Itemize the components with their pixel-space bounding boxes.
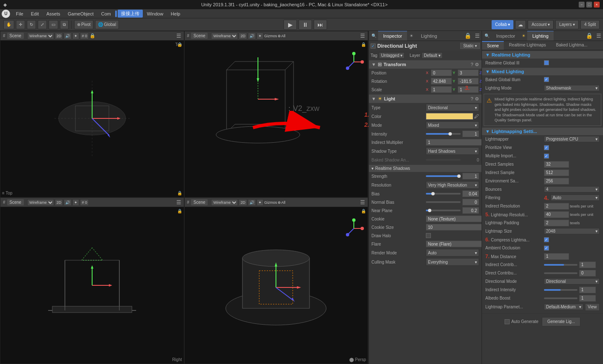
maximize-button[interactable]: □ bbox=[586, 2, 592, 8]
indirect-mult-input[interactable] bbox=[426, 139, 482, 146]
culling-mask-dropdown[interactable]: Everything ▾ bbox=[426, 258, 479, 266]
scene-tab-bottomleft[interactable]: Scene bbox=[7, 199, 24, 205]
near-plane-slider[interactable] bbox=[426, 210, 461, 211]
near-plane-thumb[interactable] bbox=[428, 209, 431, 212]
prioritize-view-checkbox[interactable]: ✓ bbox=[544, 145, 549, 150]
menu-file[interactable]: File bbox=[13, 10, 27, 17]
audio-toggle-3[interactable]: 🔊 bbox=[64, 199, 72, 206]
filtering-dropdown[interactable]: Auto ▾ bbox=[551, 195, 600, 201]
effects-toggle-2[interactable]: ✦ bbox=[257, 33, 263, 39]
lighting-tab-scene[interactable]: Scene bbox=[482, 41, 504, 50]
bounces-dropdown[interactable]: 4 ▾ bbox=[544, 186, 600, 192]
inspector-menu-button[interactable]: ☰ bbox=[473, 33, 482, 39]
light-info-icon[interactable]: ? bbox=[471, 96, 473, 102]
type-dropdown[interactable]: Directional ▾ bbox=[426, 104, 479, 111]
compress-checkbox[interactable]: ✓ bbox=[544, 237, 549, 242]
indirect-contrib-input[interactable] bbox=[579, 261, 596, 268]
resolution-dropdown[interactable]: Very High Resolution ▾ bbox=[426, 181, 479, 189]
inspector-lock-button[interactable]: 🔒 bbox=[463, 33, 473, 39]
step-button[interactable]: ⏭ bbox=[314, 20, 327, 30]
bias-slider[interactable] bbox=[426, 193, 461, 195]
direct-samples-input[interactable] bbox=[544, 161, 569, 168]
wireframe-dropdown-3[interactable]: Wireframe bbox=[27, 199, 54, 206]
scene-canvas-bottomleft[interactable]: Right 🔒 bbox=[0, 207, 184, 364]
gizmos-toggle-3[interactable]: # 0 bbox=[80, 199, 89, 206]
audio-toggle-1[interactable]: 🔊 bbox=[64, 33, 72, 39]
collab-button[interactable]: 接接上传 bbox=[118, 10, 143, 18]
inspector-tab[interactable]: Inspector bbox=[378, 31, 407, 41]
effects-toggle-1[interactable]: ✦ bbox=[72, 33, 79, 39]
scene-tab-topright[interactable]: Scene bbox=[191, 33, 208, 39]
indirect-contrib-slider[interactable] bbox=[544, 264, 577, 266]
layout-button[interactable]: 4 Split bbox=[580, 20, 600, 29]
lighting-menu-button[interactable]: ☰ bbox=[595, 33, 603, 39]
play-button[interactable]: ▶ bbox=[283, 20, 297, 30]
layer-dropdown[interactable]: Default ▾ bbox=[422, 52, 442, 59]
generate-button[interactable]: Generate Lig... bbox=[542, 317, 580, 326]
render-mode-dropdown[interactable]: Auto ▾ bbox=[426, 249, 479, 256]
scene-tab-topleft[interactable]: Scene bbox=[7, 33, 24, 39]
effects-toggle-3[interactable]: ✦ bbox=[72, 199, 79, 206]
scale-y[interactable] bbox=[458, 86, 479, 93]
baked-gi-checkbox[interactable]: ✓ bbox=[544, 77, 549, 82]
audio-toggle-4[interactable]: 🔊 bbox=[248, 199, 256, 206]
panel-menu-4[interactable]: ☰ bbox=[360, 199, 365, 205]
indirect-intensity-slider[interactable] bbox=[544, 289, 577, 291]
audio-toggle-2[interactable]: 🔊 bbox=[248, 33, 256, 39]
rotate-tool-button[interactable]: ↻ bbox=[27, 20, 36, 29]
menu-help[interactable]: Help bbox=[168, 10, 184, 17]
lighting-lock-button[interactable]: 🔒 bbox=[584, 33, 595, 39]
pivot-button[interactable]: ⊕ Pivot bbox=[74, 20, 93, 29]
lightmap-resolution-input[interactable] bbox=[544, 211, 569, 218]
flare-input[interactable] bbox=[426, 241, 482, 247]
lightmap-padding-input[interactable] bbox=[544, 220, 569, 226]
menu-assets[interactable]: Assets bbox=[43, 10, 64, 17]
near-plane-value[interactable] bbox=[462, 207, 479, 214]
cookie-input[interactable] bbox=[426, 215, 482, 222]
rect-tool-button[interactable]: ▭ bbox=[49, 20, 58, 29]
lighting-mode-dropdown[interactable]: Shadowmask ▾ bbox=[544, 85, 600, 91]
multiple-import-checkbox[interactable]: ✓ bbox=[544, 154, 549, 159]
direct-contrib-input[interactable] bbox=[579, 270, 596, 277]
gizmos-toggle-1[interactable]: # 0 bbox=[80, 33, 89, 39]
2d-toggle-1[interactable]: 2D bbox=[55, 33, 63, 39]
layers-button[interactable]: Layers ▾ bbox=[555, 20, 579, 29]
effects-toggle-4[interactable]: ✦ bbox=[257, 199, 263, 206]
lighting-tab-baked[interactable]: Baked Lightma... bbox=[551, 41, 593, 50]
rotation-x[interactable] bbox=[431, 78, 452, 85]
max-distance-input[interactable] bbox=[544, 253, 569, 260]
lightmap-size-dropdown[interactable]: 2048 ▾ bbox=[544, 228, 600, 234]
static-button[interactable]: Static ▾ bbox=[460, 43, 480, 49]
menu-component[interactable]: Com bbox=[98, 10, 114, 17]
strength-value[interactable] bbox=[462, 173, 479, 179]
menu-edit[interactable]: Edit bbox=[28, 10, 42, 17]
move-tool-button[interactable]: ✛ bbox=[16, 20, 25, 29]
direct-contrib-slider[interactable] bbox=[544, 272, 577, 274]
light-settings-icon[interactable]: ⚙ bbox=[475, 96, 479, 102]
wireframe-dropdown-2[interactable]: Wireframe bbox=[211, 33, 238, 39]
wireframe-dropdown-1[interactable]: Wireframe bbox=[27, 33, 54, 39]
scene-canvas-bottomright[interactable]: ⬤ Persp 🔒 bbox=[185, 207, 368, 364]
lighting-tab-realtime[interactable]: Realtime Lightmaps bbox=[504, 41, 551, 50]
auto-generate-checkbox[interactable] bbox=[505, 319, 510, 324]
scene-tab-bottomright[interactable]: Scene bbox=[191, 199, 208, 205]
color-picker-icon[interactable]: 🖊 bbox=[474, 113, 479, 119]
indirect-intensity-input[interactable] bbox=[579, 287, 596, 293]
inspector-tab-lighting[interactable]: Inspector bbox=[491, 31, 520, 41]
albedo-boost-slider[interactable] bbox=[544, 297, 577, 299]
minimize-button[interactable]: − bbox=[579, 2, 585, 8]
realtime-gi-checkbox[interactable] bbox=[544, 60, 549, 65]
indirect-resolution-input[interactable] bbox=[544, 203, 569, 210]
lighting-tab-inspector[interactable]: Lighting bbox=[416, 31, 442, 41]
intensity-thumb[interactable] bbox=[448, 132, 452, 136]
collab-button[interactable]: Collab ▾ bbox=[492, 20, 513, 29]
position-x[interactable] bbox=[431, 69, 452, 76]
2d-toggle-2[interactable]: 2D bbox=[239, 33, 247, 39]
panel-menu-3[interactable]: ☰ bbox=[176, 199, 181, 205]
scale-tool-button[interactable]: ⤢ bbox=[38, 20, 47, 29]
pause-button[interactable]: ⏸ bbox=[299, 20, 312, 30]
view-button[interactable]: View bbox=[585, 303, 600, 311]
bias-thumb[interactable] bbox=[431, 192, 435, 195]
intensity-value[interactable] bbox=[462, 131, 479, 137]
cookie-size-input[interactable] bbox=[426, 224, 482, 231]
